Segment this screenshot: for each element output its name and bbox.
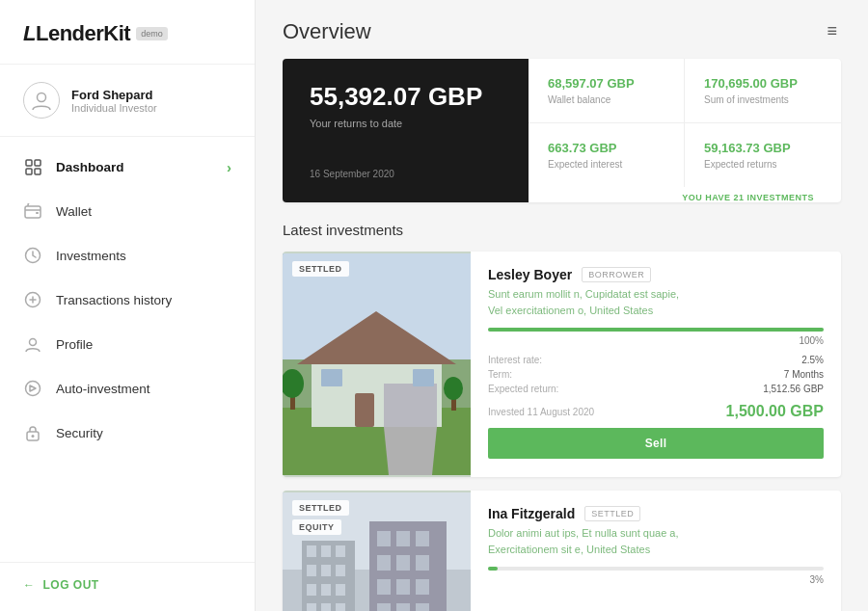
logout-arrow-icon: ← [23, 578, 36, 592]
invest-name-1: Ina Fitzgerald [488, 506, 575, 521]
svg-rect-38 [336, 584, 345, 596]
sidebar-item-wallet[interactable]: Wallet [0, 189, 255, 233]
svg-rect-4 [35, 169, 41, 174]
overview-section: 55,392.07 GBP Your returns to date 16 Se… [256, 59, 868, 218]
svg-point-25 [444, 377, 463, 400]
investment-image-1: SETTLED EQUITY [283, 491, 471, 611]
meta-row-return: Expected return: 1,512.56 GBP [488, 383, 824, 395]
sidebar-item-label: Dashboard [56, 160, 124, 174]
stat-label: Expected interest [548, 159, 665, 170]
stat-value: 59,163.73 GBP [704, 141, 822, 155]
logout-label: LOG OUT [43, 578, 99, 592]
investment-tag-0: SETTLED [292, 261, 349, 277]
investment-details-0: Lesley Boyer BORROWER Sunt earum mollit … [471, 252, 841, 477]
stat-label: Expected returns [704, 159, 822, 170]
hamburger-icon[interactable]: ≡ [823, 17, 841, 45]
dashboard-icon [23, 157, 42, 176]
meta-row-term: Term: 7 Months [488, 368, 824, 381]
svg-rect-30 [307, 545, 316, 557]
svg-rect-37 [321, 584, 331, 596]
avatar [23, 82, 60, 119]
overview-card: 55,392.07 GBP Your returns to date 16 Se… [283, 59, 841, 202]
sidebar-item-label: Transactions history [56, 293, 172, 307]
house-image-svg [283, 252, 471, 477]
stat-label: Wallet balance [548, 94, 665, 105]
main-content: Overview ≡ 55,392.07 GBP Your returns to… [256, 0, 868, 611]
stat-label: Sum of investments [704, 94, 822, 105]
meta-val-interest: 2.5% [801, 355, 824, 365]
svg-rect-48 [416, 555, 429, 571]
sidebar-item-label: Auto-investment [56, 382, 150, 396]
investment-card-1: SETTLED EQUITY Ina Fitzgerald SETTLED Do… [283, 491, 841, 611]
invest-footer-0: Invested 11 August 2020 1,500.00 GBP [488, 403, 824, 420]
stat-value: 663.73 GBP [548, 141, 665, 155]
invest-badge-1: SETTLED [584, 506, 640, 521]
svg-rect-36 [307, 584, 316, 596]
invest-meta-0: Interest rate: 2.5% Term: 7 Months Expec… [488, 354, 824, 395]
wallet-icon [23, 201, 42, 221]
svg-rect-33 [307, 565, 316, 576]
page-title: Overview [283, 19, 371, 44]
svg-marker-26 [384, 427, 437, 475]
progress-pct-1: 3% [488, 574, 824, 585]
svg-rect-35 [336, 565, 345, 576]
invested-amount-0: 1,500.00 GBP [726, 403, 824, 420]
svg-point-10 [26, 382, 41, 396]
svg-rect-18 [384, 384, 437, 427]
sidebar-item-label: Investments [56, 249, 126, 263]
section-title: Latest investments [283, 222, 841, 238]
nav-section: Dashboard › Wallet Inv [0, 137, 255, 562]
invest-header-1: Ina Fitzgerald SETTLED [488, 506, 824, 521]
sidebar-item-investments[interactable]: Investments [0, 233, 255, 278]
sidebar-item-dashboard[interactable]: Dashboard › [0, 145, 255, 189]
auto-investment-icon [23, 379, 42, 398]
sidebar: LLenderKit demo Ford Shepard Individual … [0, 0, 256, 611]
svg-rect-2 [35, 160, 41, 166]
overview-stats-area: 68,597.07 GBP Wallet balance 170,695.00 … [529, 59, 841, 202]
overview-amount: 55,392.07 GBP [310, 82, 502, 112]
stat-cell-0: 68,597.07 GBP Wallet balance [529, 59, 685, 123]
invest-header-0: Lesley Boyer BORROWER [488, 267, 824, 282]
svg-rect-3 [26, 169, 32, 174]
svg-point-9 [30, 339, 37, 346]
svg-rect-52 [377, 603, 391, 611]
user-info: Ford Shepard Individual Investor [71, 88, 157, 114]
invest-name-0: Lesley Boyer [488, 267, 572, 282]
svg-rect-43 [377, 531, 391, 546]
svg-rect-1 [26, 160, 32, 166]
progress-fill-0 [488, 328, 824, 332]
investment-tag2-1: EQUITY [292, 519, 341, 535]
svg-point-12 [32, 435, 35, 438]
top-bar: Overview ≡ [256, 0, 868, 59]
svg-rect-45 [416, 531, 429, 546]
user-role: Individual Investor [71, 102, 157, 114]
sidebar-item-security[interactable]: Security [0, 411, 255, 455]
logo: LLenderKit demo [23, 21, 231, 46]
svg-rect-21 [413, 369, 434, 386]
sidebar-item-transactions[interactable]: Transactions history [0, 278, 255, 322]
sidebar-item-label: Profile [56, 337, 93, 352]
svg-rect-32 [336, 545, 345, 557]
profile-icon [23, 334, 42, 354]
sidebar-item-profile[interactable]: Profile [0, 322, 255, 366]
svg-rect-41 [336, 603, 345, 611]
nav-arrow: › [227, 159, 231, 175]
stat-cell-2: 663.73 GBP Expected interest [529, 123, 685, 187]
sidebar-item-label: Wallet [56, 204, 92, 219]
svg-rect-40 [321, 603, 331, 611]
logout-button[interactable]: ← LOG OUT [23, 578, 231, 592]
logout-area: ← LOG OUT [0, 562, 255, 611]
investments-count: YOU HAVE 21 INVESTMENTS [529, 187, 841, 202]
investment-details-1: Ina Fitzgerald SETTLED Dolor animi aut i… [471, 491, 841, 611]
sidebar-item-auto-investment[interactable]: Auto-investment [0, 366, 255, 411]
svg-rect-39 [307, 603, 316, 611]
progress-pct-0: 100% [488, 335, 824, 346]
progress-bar-1 [488, 567, 824, 571]
meta-row-interest: Interest rate: 2.5% [488, 354, 824, 366]
sell-button-0[interactable]: Sell [488, 428, 824, 459]
stat-value: 170,695.00 GBP [704, 76, 822, 91]
meta-val-term: 7 Months [784, 369, 824, 380]
svg-rect-50 [396, 579, 410, 595]
svg-rect-6 [36, 212, 39, 214]
svg-rect-49 [377, 579, 391, 595]
